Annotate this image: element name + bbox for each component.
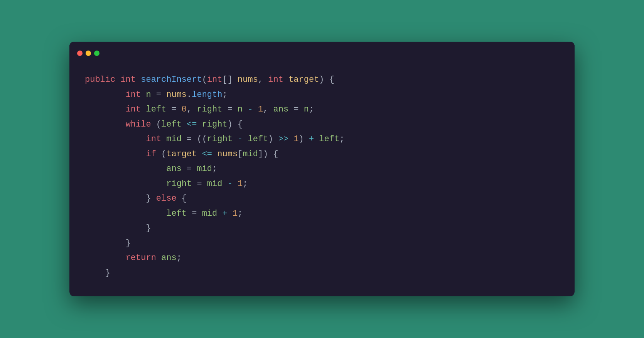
close-button[interactable] <box>77 51 83 56</box>
code-block: public int searchInsert(int[] nums, int … <box>85 73 344 281</box>
editor-window: public int searchInsert(int[] nums, int … <box>69 42 575 296</box>
traffic-lights <box>77 51 99 56</box>
maximize-button[interactable] <box>94 51 99 56</box>
code-area: public int searchInsert(int[] nums, int … <box>69 65 575 296</box>
titlebar <box>69 42 575 65</box>
minimize-button[interactable] <box>86 51 91 56</box>
